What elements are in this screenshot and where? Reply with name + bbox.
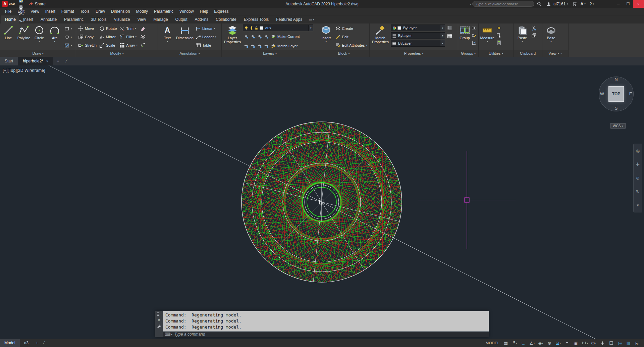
menu-parametric[interactable]: Parametric xyxy=(151,8,176,15)
layer-select[interactable]: aux▾ xyxy=(243,24,313,31)
leader-button[interactable]: Leader▾ xyxy=(195,33,217,41)
ellipse-button[interactable]: ▾ xyxy=(63,33,73,41)
drawing-viewport[interactable]: [−][Top][2D Wireframe] N W E S TOP WCS ▾… xyxy=(0,65,644,339)
search-expand-icon[interactable]: › xyxy=(470,2,471,6)
close-button[interactable]: × xyxy=(633,0,644,8)
menu-insert[interactable]: Insert xyxy=(42,8,58,15)
layer-thaw-button[interactable] xyxy=(256,43,263,49)
group-edit-button[interactable] xyxy=(471,32,477,39)
viewcube-north[interactable]: N xyxy=(613,77,619,82)
viewcube-west[interactable]: W xyxy=(599,91,605,96)
wcs-selector[interactable]: WCS ▾ xyxy=(610,123,626,129)
match-layer-button[interactable]: Match Layer xyxy=(270,42,299,50)
layer-off-button[interactable] xyxy=(243,33,249,40)
list-view-button[interactable] xyxy=(446,33,453,39)
redo-button[interactable]: ↷▾ xyxy=(17,18,25,25)
edit-button[interactable]: Edit xyxy=(334,33,368,41)
full-navigation-wheel-icon[interactable]: ◎ xyxy=(636,148,640,153)
ribbon-tab-featured-apps[interactable]: Featured Apps xyxy=(272,15,306,23)
edit-attributes-button[interactable]: Edit Attributes▾ xyxy=(334,41,368,49)
command-customize-icon[interactable] xyxy=(157,324,161,330)
ribbon-tab-collaborate[interactable]: Collaborate xyxy=(212,15,240,23)
app-store-cart-icon[interactable] xyxy=(571,0,578,7)
panel-label-properties[interactable]: Properties▾ xyxy=(370,50,458,57)
menu-format[interactable]: Format xyxy=(58,8,77,15)
new-layout-button[interactable]: + xyxy=(33,340,41,346)
ribbon-display-toggle[interactable]: ▭▾ xyxy=(306,15,317,23)
layer-walk-button[interactable] xyxy=(250,43,256,49)
chevron-down-icon[interactable]: ▾ xyxy=(440,33,445,39)
erase-button[interactable] xyxy=(139,24,147,33)
ribbon-tab-output[interactable]: Output xyxy=(172,15,191,23)
menu-help[interactable]: Help xyxy=(197,8,211,15)
paste-button[interactable]: Paste▾ xyxy=(515,24,530,50)
ribbon-tab-home[interactable]: Home xyxy=(1,15,19,23)
status-annotation-scale[interactable]: 1:1▾ xyxy=(580,339,589,347)
panel-label-layers[interactable]: Layers▾ xyxy=(222,50,318,57)
viewcube-east[interactable]: E xyxy=(628,91,633,96)
object-color-select[interactable]: ByLayer▾ xyxy=(391,24,445,31)
drawing-canvas[interactable] xyxy=(0,65,644,339)
stretch-button[interactable]: Stretch xyxy=(77,41,98,49)
line-button[interactable]: Line xyxy=(1,24,16,50)
group-button[interactable]: Group xyxy=(459,24,470,50)
navbar-more-icon[interactable]: ▾ xyxy=(637,203,639,208)
layer-unlock-button[interactable] xyxy=(263,43,269,49)
search-input[interactable] xyxy=(472,1,534,7)
group-selection-button[interactable] xyxy=(471,40,477,46)
layer-on-button[interactable] xyxy=(243,43,249,49)
table-button[interactable]: Table xyxy=(195,41,217,49)
autodesk-app-store-button[interactable]: A ▾ xyxy=(579,2,587,6)
ribbon-tab-annotate[interactable]: Annotate xyxy=(37,15,60,23)
menu-modify[interactable]: Modify xyxy=(133,8,151,15)
user-account-button[interactable]: al7161 ▾ xyxy=(544,0,570,7)
linear-button[interactable]: Linear▾ xyxy=(195,24,217,33)
panel-label-annotation[interactable]: Annotation▾ xyxy=(158,50,221,57)
status-object-snap[interactable]: ⊡▾ xyxy=(554,339,562,347)
status-snap-mode[interactable]: ⠿▾ xyxy=(511,339,519,347)
create-button[interactable]: Create xyxy=(334,24,368,33)
menu-dimension[interactable]: Dimension xyxy=(108,8,133,15)
array-button[interactable]: Array▾ xyxy=(118,41,139,49)
menu-draw[interactable]: Draw xyxy=(93,8,108,15)
pan-icon[interactable]: ✚ xyxy=(636,162,640,167)
layer-freeze-button[interactable] xyxy=(256,33,263,40)
match-properties-button[interactable]: Match Properties xyxy=(371,24,390,50)
cut-clip-button[interactable] xyxy=(531,25,537,31)
copy-clip-button[interactable] xyxy=(531,32,537,39)
panel-label-utilities[interactable]: Utilities▾ xyxy=(479,50,513,57)
command-window[interactable]: × Command: Regenerating model.Command: R… xyxy=(155,311,489,337)
id-point-button[interactable] xyxy=(496,25,502,31)
layer-lock-button[interactable] xyxy=(263,33,269,40)
menu-express[interactable]: Express xyxy=(211,8,231,15)
chevron-down-icon[interactable]: ▾ xyxy=(440,25,445,31)
search-icon[interactable] xyxy=(536,0,542,7)
save-as-button[interactable] xyxy=(17,0,25,4)
status-grid-display[interactable]: ▦ xyxy=(502,339,510,347)
status-isometric-drafting[interactable]: ◈▾ xyxy=(537,339,545,347)
chevron-down-icon[interactable]: ▾ xyxy=(440,40,445,46)
ribbon-tab-manage[interactable]: Manage xyxy=(150,15,171,23)
tab-overflow-icon[interactable]: ⁄ xyxy=(63,57,70,65)
menu-view[interactable]: View xyxy=(28,8,42,15)
viewcube[interactable]: N W E S TOP xyxy=(599,77,634,111)
ribbon-tab-view[interactable]: View xyxy=(133,15,150,23)
status-annotation-monitor[interactable]: ✚ xyxy=(598,339,606,347)
trim-button[interactable]: Trim▾ xyxy=(118,24,139,33)
dimension-button[interactable]: Dimension xyxy=(176,24,193,50)
status-workspace-switching[interactable]: ⚙▾ xyxy=(590,339,598,347)
lineweight-select[interactable]: ByLayer▾ xyxy=(391,32,445,39)
new-drawing-tab-button[interactable]: + xyxy=(53,57,63,65)
command-input[interactable] xyxy=(174,332,487,337)
maximize-button[interactable]: ☐ xyxy=(623,0,633,8)
command-line-icon[interactable]: ⌨▾ xyxy=(165,332,172,337)
model-space-badge[interactable]: MODEL xyxy=(486,341,499,345)
menu-tools[interactable]: Tools xyxy=(77,8,93,15)
autocad-app-button[interactable]: A CAD xyxy=(1,0,17,8)
arc-button[interactable]: Arc▾ xyxy=(47,24,62,50)
layout-tab-a3[interactable]: a3 xyxy=(20,339,33,347)
status-object-snap-tracking[interactable]: ⊕ xyxy=(545,339,553,347)
qat-customize-button[interactable]: ▾ xyxy=(17,25,25,32)
undo-button[interactable]: ↶▾ xyxy=(17,11,25,18)
status-selection-cycling[interactable]: ▣ xyxy=(572,339,580,347)
